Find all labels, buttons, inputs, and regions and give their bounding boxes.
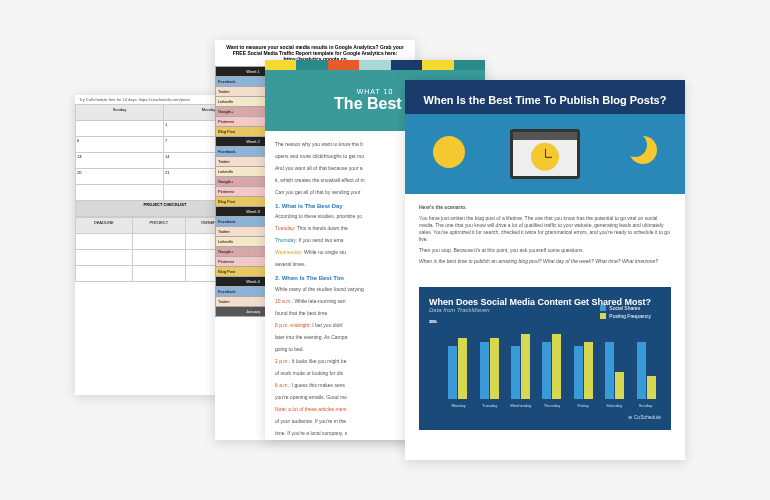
clock-icon xyxy=(531,143,559,171)
bar-social-shares xyxy=(574,346,583,399)
moon-icon xyxy=(629,136,657,164)
sun-icon xyxy=(433,136,465,168)
bar-posting-frequency xyxy=(615,372,624,399)
x-axis-label: Thursday xyxy=(536,403,567,408)
x-axis-label: Sunday xyxy=(630,403,661,408)
bar-social-shares xyxy=(511,346,520,399)
x-axis-label: Friday xyxy=(568,403,599,408)
doc4-title: When Is the Best Time To Publish Blog Po… xyxy=(405,80,685,114)
illustration-band xyxy=(405,114,685,194)
color-bar xyxy=(265,60,485,70)
chart-day-col xyxy=(506,334,535,399)
doc4-body: Here's the scenario. You have just writt… xyxy=(405,194,685,279)
bar-social-shares xyxy=(480,342,489,399)
x-axis-label: Wednesday xyxy=(505,403,536,408)
chart-container: Social Shares Posting Frequency When Doe… xyxy=(419,287,671,430)
bar-chart: 20% 15% 10% 5% xyxy=(429,319,661,399)
chart-day-col xyxy=(632,342,661,399)
x-axis-label: Tuesday xyxy=(474,403,505,408)
bar-posting-frequency xyxy=(552,334,561,399)
chart-day-col xyxy=(443,338,472,399)
x-axis-label: Monday xyxy=(443,403,474,408)
bar-posting-frequency xyxy=(584,342,593,399)
bar-social-shares xyxy=(542,342,551,399)
brand-label: ⊕ CoSchedule xyxy=(429,414,661,420)
bar-posting-frequency xyxy=(647,376,656,399)
bar-social-shares xyxy=(448,346,457,399)
bar-posting-frequency xyxy=(521,334,530,399)
chart-day-col xyxy=(600,342,629,399)
bar-social-shares xyxy=(637,342,646,399)
bar-posting-frequency xyxy=(458,338,467,399)
day-header: Sunday xyxy=(76,105,164,121)
x-axis: MondayTuesdayWednesdayThursdayFridaySatu… xyxy=(429,403,661,408)
scenario-label: Here's the scenario. xyxy=(419,204,671,211)
chart-day-col xyxy=(537,334,566,399)
bar-posting-frequency xyxy=(490,338,499,399)
chart-day-col xyxy=(569,342,598,399)
bar-social-shares xyxy=(605,342,614,399)
blog-post-infographic: When Is the Best Time To Publish Blog Po… xyxy=(405,80,685,460)
chart-day-col xyxy=(474,338,503,399)
x-axis-label: Saturday xyxy=(599,403,630,408)
monitor-icon xyxy=(510,129,580,179)
